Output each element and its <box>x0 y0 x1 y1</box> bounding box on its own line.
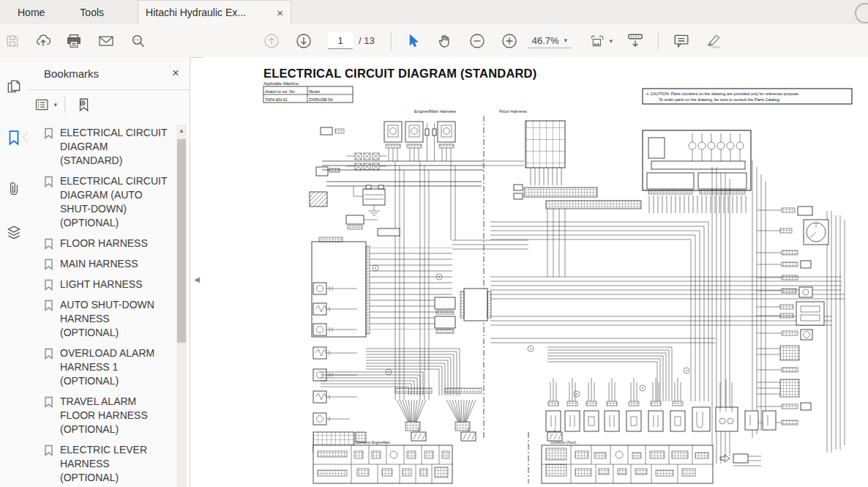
bookmarks-list: ELECTRICAL CIRCUIT DIAGRAM (STANDARD) EL… <box>28 122 174 487</box>
previous-page-button[interactable] <box>261 29 283 53</box>
bookmark-label: LIGHT HARNESS <box>60 278 168 291</box>
print-button[interactable] <box>63 29 85 53</box>
bookmark-item[interactable]: OVERLOAD ALARM HARNESS 1 (OPTIONAL) <box>44 346 174 388</box>
share-upload-button[interactable] <box>32 29 54 53</box>
bookmark-label: AUTO SHUT-DOWN HARNESS (OPTIONAL) <box>60 298 168 340</box>
zoom-out-button[interactable] <box>466 29 488 53</box>
bookmark-item[interactable]: ELECTRICAL CIRCUIT DIAGRAM (STANDARD) <box>44 126 174 168</box>
bookmark-item[interactable]: MAIN HARNESS <box>44 257 174 271</box>
layers-icon <box>7 225 21 241</box>
hand-tool-icon <box>438 34 452 48</box>
tab-document[interactable]: Hitachi Hydraulic Ex... × <box>138 0 291 24</box>
bookmark-item[interactable]: ELECTRIC LEVER HARNESS (OPTIONAL) <box>44 443 174 485</box>
bookmarks-icon <box>7 130 20 146</box>
comment-button[interactable] <box>670 29 692 53</box>
applicable-vol: TAFA-EN-01 <box>265 97 288 102</box>
search-button[interactable] <box>127 29 149 53</box>
close-panel-icon[interactable]: × <box>172 66 179 81</box>
fit-width-icon <box>591 33 604 49</box>
bookmark-item[interactable]: FLOOR HARNESS <box>44 237 174 250</box>
close-tab-icon[interactable]: × <box>277 7 283 18</box>
page-title: ELECTRICAL CIRCUIT DIAGRAM (STANDARD) <box>263 67 536 80</box>
toolbar: / 13 46.7% ▾ ▾ <box>0 24 868 58</box>
scroll-mode-icon <box>626 33 644 49</box>
bookmark-options-icon <box>35 98 48 111</box>
tab-tools[interactable]: Tools <box>62 0 121 24</box>
bookmark-label: ELECTRICAL CIRCUIT DIAGRAM (AUTO SHUT-DO… <box>60 174 168 230</box>
chevron-down-icon: ▾ <box>53 101 57 108</box>
scrollbar-thumb[interactable] <box>177 139 186 343</box>
harness-label-right: Floor Harness <box>499 109 527 114</box>
zoom-in-button[interactable] <box>498 29 520 53</box>
hand-tool-button[interactable] <box>434 29 456 53</box>
page-thumbnails-icon <box>7 78 21 94</box>
floor-harness-section <box>490 121 845 464</box>
tab-home[interactable]: Home <box>0 0 62 24</box>
collapse-panel-button[interactable]: ◀ <box>191 271 203 287</box>
chevron-down-icon: ▾ <box>564 37 568 44</box>
bookmarks-panel: Bookmarks × ▾ ELECTRIC <box>28 57 190 487</box>
scroll-up-icon[interactable]: ▲ <box>176 126 187 136</box>
select-tool-button[interactable] <box>402 29 424 53</box>
applicable-col1: Attach to vol. No. <box>265 89 296 94</box>
bookmark-item[interactable]: LIGHT HARNESS <box>44 278 174 291</box>
connector-table-left-label: Connector Engine/Main <box>356 441 391 445</box>
bookmarks-panel-title: Bookmarks <box>44 67 172 80</box>
page-down-icon <box>296 33 312 49</box>
bookmark-icon <box>44 348 53 360</box>
zoom-level-value: 46.7% <box>532 35 559 46</box>
bookmark-options-button[interactable]: ▾ <box>35 93 57 116</box>
new-bookmark-icon <box>76 97 91 112</box>
bookmark-label: FLOOR HARNESS <box>60 237 168 250</box>
bookmarks-scrollbar[interactable]: ▲ <box>176 124 187 487</box>
applicable-machine-label: Applicable Machine <box>263 81 299 86</box>
attachments-icon <box>7 181 20 197</box>
layers-panel-button[interactable] <box>4 223 24 243</box>
caution-line2: To order parts on the drawing, be sure t… <box>659 97 781 102</box>
bookmark-item[interactable]: ELECTRICAL CIRCUIT DIAGRAM (AUTO SHUT-DO… <box>44 174 174 230</box>
comment-icon <box>673 34 689 48</box>
highlight-button[interactable] <box>703 29 725 53</box>
page-number-input[interactable] <box>328 32 353 49</box>
acrobat-window: Home Tools Hitachi Hydraulic Ex... × <box>0 0 868 487</box>
zoom-out-icon <box>469 33 485 49</box>
bookmarks-panel-header: Bookmarks × <box>28 57 190 90</box>
zoom-in-icon <box>501 33 517 49</box>
harness-label-left: Engine/Main Harness <box>414 109 456 114</box>
attachments-panel-button[interactable] <box>4 179 24 199</box>
email-button[interactable] <box>95 29 117 53</box>
new-bookmark-button[interactable] <box>72 93 94 116</box>
save-button[interactable] <box>1 29 23 53</box>
bookmark-icon <box>44 259 53 270</box>
bookmarks-panel-button[interactable] <box>4 127 24 148</box>
chevron-down-icon: ▾ <box>610 37 613 45</box>
bookmark-icon <box>44 445 53 456</box>
bookmark-icon <box>44 279 53 291</box>
bookmark-item[interactable]: TRAVEL ALARM FLOOR HARNESS (OPTIONAL) <box>44 395 174 436</box>
bookmark-label: OVERLOAD ALARM HARNESS 1 (OPTIONAL) <box>60 346 168 388</box>
bookmark-icon <box>44 238 53 250</box>
fit-width-button[interactable]: ▾ <box>591 29 613 53</box>
circuit-diagram: ELECTRICAL CIRCUIT DIAGRAM (STANDARD) Ap… <box>203 57 868 487</box>
caution-line1: ⚠ CAUTION: Parts numbers on the drawing … <box>646 92 800 96</box>
bookmark-label: ELECTRICAL CIRCUIT DIAGRAM (STANDARD) <box>60 126 168 168</box>
scroll-mode-button[interactable] <box>624 29 646 53</box>
bookmark-icon <box>44 300 53 311</box>
document-page[interactable]: ELECTRICAL CIRCUIT DIAGRAM (STANDARD) Ap… <box>203 57 868 487</box>
engine-main-harness-section <box>310 122 528 453</box>
bookmark-label: ELECTRIC LEVER HARNESS (OPTIONAL) <box>60 443 168 485</box>
tab-bar: Home Tools Hitachi Hydraulic Ex... × <box>0 0 868 25</box>
connector-tables: Connector Engine/Main Connector (Floor) <box>313 441 761 483</box>
navigation-rail <box>0 57 29 487</box>
bookmark-icon <box>44 127 53 139</box>
connector-table-right-label: Connector (Floor) <box>550 441 577 445</box>
highlight-icon <box>705 33 722 49</box>
applicable-model: ZX65USB-5A <box>309 97 333 102</box>
next-page-button[interactable] <box>293 29 315 53</box>
zoom-level-dropdown[interactable]: 46.7% ▾ <box>528 34 572 48</box>
bookmark-item[interactable]: AUTO SHUT-DOWN HARNESS (OPTIONAL) <box>44 298 174 340</box>
page-thumbnails-button[interactable] <box>4 76 24 97</box>
account-icon[interactable] <box>855 3 868 23</box>
bookmark-label: TRAVEL ALARM FLOOR HARNESS (OPTIONAL) <box>60 395 168 436</box>
save-icon <box>6 34 19 48</box>
